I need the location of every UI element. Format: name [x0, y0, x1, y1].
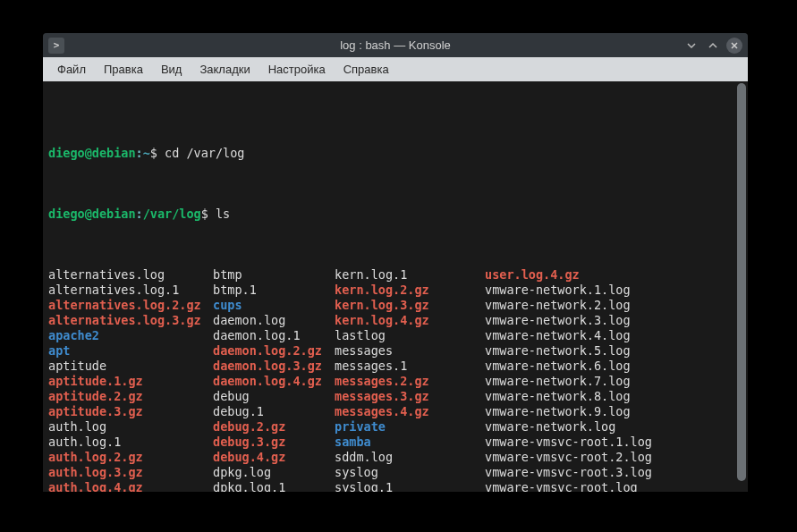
menu-bookmarks[interactable]: Закладки — [192, 60, 257, 79]
menu-file[interactable]: Файл — [50, 60, 93, 79]
file-entry: syslog.1 — [335, 480, 485, 492]
file-entry: btmp.1 — [213, 283, 335, 298]
file-entry: alternatives.log — [48, 267, 213, 283]
file-entry: sddm.log — [335, 450, 485, 465]
file-entry: daemon.log.3.gz — [213, 359, 335, 374]
file-entry: auth.log.2.gz — [48, 450, 213, 465]
prompt-path: /var/log — [143, 207, 201, 221]
window-controls — [683, 38, 742, 54]
file-entry: debug.3.gz — [213, 435, 335, 450]
file-entry: vmware-network.2.log — [485, 298, 659, 313]
ls-column-4: user.log.4.gzvmware-network.1.logvmware-… — [485, 267, 659, 492]
file-entry: samba — [335, 435, 485, 450]
maximize-button[interactable] — [705, 38, 721, 54]
file-entry: vmware-vmsvc-root.3.log — [485, 465, 659, 480]
file-entry: auth.log.1 — [48, 435, 213, 450]
file-entry: vmware-network.7.log — [485, 374, 659, 389]
file-entry: vmware-network.4.log — [485, 328, 659, 343]
file-entry: daemon.log.4.gz — [213, 374, 335, 389]
file-entry: kern.log.4.gz — [335, 313, 485, 328]
ls-column-3: kern.log.1kern.log.2.gzkern.log.3.gzkern… — [335, 267, 485, 492]
file-entry: kern.log.2.gz — [335, 283, 485, 298]
file-entry: daemon.log — [213, 313, 335, 328]
file-entry: aptitude — [48, 359, 213, 374]
file-entry: vmware-vmsvc-root.1.log — [485, 435, 659, 450]
file-entry: apache2 — [48, 328, 213, 343]
file-entry: auth.log.4.gz — [48, 480, 213, 492]
file-entry: messages.2.gz — [335, 374, 485, 389]
file-entry: alternatives.log.1 — [48, 283, 213, 298]
file-entry: kern.log.1 — [335, 267, 485, 283]
file-entry: private — [335, 419, 485, 435]
file-entry: vmware-network.1.log — [485, 283, 659, 298]
prompt-dollar: $ — [201, 207, 208, 221]
file-entry: vmware-network.3.log — [485, 313, 659, 328]
ls-output: alternatives.logalternatives.log.1altern… — [48, 267, 742, 492]
ls-column-1: alternatives.logalternatives.log.1altern… — [48, 267, 213, 492]
file-entry: messages.1 — [335, 359, 485, 374]
file-entry: dpkg.log — [213, 465, 335, 480]
terminal-window: > log : bash — Konsole Файл Правка Вид З… — [43, 33, 748, 492]
file-entry: daemon.log.2.gz — [213, 343, 335, 359]
file-entry: messages.3.gz — [335, 389, 485, 404]
file-entry: kern.log.3.gz — [335, 298, 485, 313]
command-text: cd /var/log — [157, 146, 245, 160]
file-entry: messages — [335, 343, 485, 359]
titlebar[interactable]: > log : bash — Konsole — [43, 33, 748, 57]
file-entry: vmware-network.5.log — [485, 343, 659, 359]
menubar: Файл Правка Вид Закладки Настройка Справ… — [43, 57, 748, 81]
menu-help[interactable]: Справка — [336, 60, 396, 79]
file-entry: auth.log.3.gz — [48, 465, 213, 480]
prompt-line-1: diego@debian:~$ cd /var/log — [48, 146, 742, 161]
terminal-viewport[interactable]: diego@debian:~$ cd /var/log diego@debian… — [43, 81, 748, 492]
file-entry: auth.log — [48, 419, 213, 435]
menu-settings[interactable]: Настройка — [261, 60, 333, 79]
file-entry: debug — [213, 389, 335, 404]
terminal-icon: > — [48, 38, 64, 54]
file-entry: vmware-vmsvc-root.log — [485, 480, 659, 492]
file-entry: messages.4.gz — [335, 404, 485, 419]
prompt-home: ~ — [143, 146, 150, 160]
prompt-dollar: $ — [150, 146, 157, 160]
file-entry: vmware-network.8.log — [485, 389, 659, 404]
close-button[interactable] — [726, 38, 742, 54]
file-entry: alternatives.log.2.gz — [48, 298, 213, 313]
prompt-sep: : — [136, 146, 143, 160]
window-title: log : bash — Konsole — [43, 38, 748, 52]
file-entry: dpkg.log.1 — [213, 480, 335, 492]
file-entry: btmp — [213, 267, 335, 283]
file-entry: user.log.4.gz — [485, 267, 659, 283]
prompt-user: diego@debian — [48, 207, 136, 221]
file-entry: vmware-network.9.log — [485, 404, 659, 419]
menu-view[interactable]: Вид — [154, 60, 190, 79]
file-entry: cups — [213, 298, 335, 313]
menu-edit[interactable]: Правка — [97, 60, 150, 79]
file-entry: daemon.log.1 — [213, 328, 335, 343]
minimize-button[interactable] — [683, 38, 699, 54]
file-entry: vmware-network.6.log — [485, 359, 659, 374]
file-entry: syslog — [335, 465, 485, 480]
file-entry: debug.2.gz — [213, 419, 335, 435]
file-entry: aptitude.1.gz — [48, 374, 213, 389]
file-entry: vmware-network.log — [485, 419, 659, 435]
file-entry: apt — [48, 343, 213, 359]
command-text: ls — [208, 207, 230, 221]
file-entry: debug.1 — [213, 404, 335, 419]
file-entry: aptitude.2.gz — [48, 389, 213, 404]
file-entry: debug.4.gz — [213, 450, 335, 465]
ls-column-2: btmpbtmp.1cupsdaemon.logdaemon.log.1daem… — [213, 267, 335, 492]
prompt-sep: : — [136, 207, 143, 221]
prompt-user: diego@debian — [48, 146, 136, 160]
file-entry: alternatives.log.3.gz — [48, 313, 213, 328]
prompt-line-2: diego@debian:/var/log$ ls — [48, 207, 742, 222]
file-entry: aptitude.3.gz — [48, 404, 213, 419]
scrollbar[interactable] — [737, 83, 746, 481]
file-entry: lastlog — [335, 328, 485, 343]
file-entry: vmware-vmsvc-root.2.log — [485, 450, 659, 465]
